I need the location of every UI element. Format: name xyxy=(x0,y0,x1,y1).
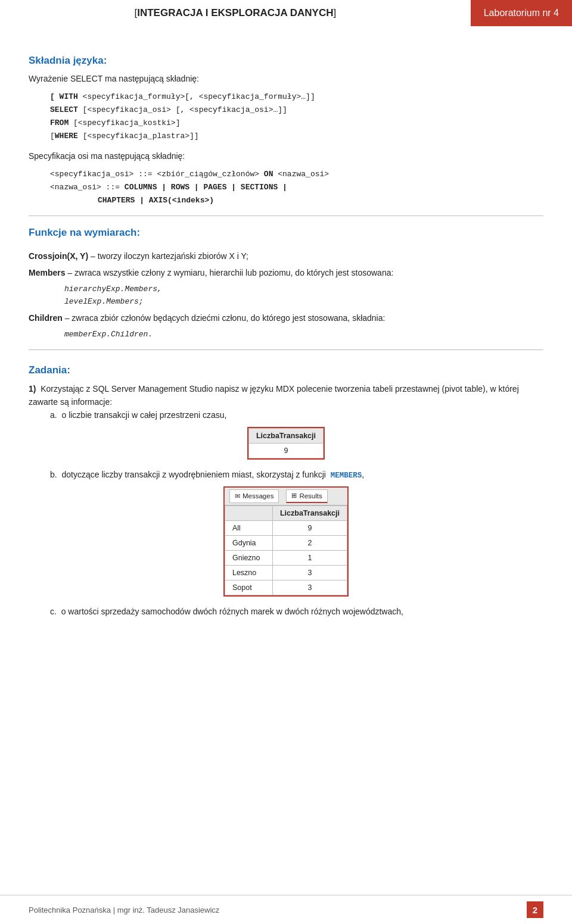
header-title-box: [INTEGRACJA I EKSPLORACJA DANYCH] xyxy=(0,0,471,26)
tab-bar: ✉ Messages ⊞ Results xyxy=(225,488,347,505)
table-row: Sopot 3 xyxy=(225,580,347,595)
subtask-b-members: MEMBERS xyxy=(331,472,362,480)
spec-line-3: CHAPTERS | AXIS(<indeks>) xyxy=(98,194,543,207)
subtask-a-label: a. xyxy=(50,410,57,420)
syntax-code-block: [ WITH <specyfikacja_formuły>[, <specyfi… xyxy=(50,90,543,143)
subtask-a-text: o liczbie transakcji w całej przestrzeni… xyxy=(61,410,226,420)
task-1-desc: Korzystając z SQL Server Management Stud… xyxy=(29,384,519,407)
subtask-c-text: o wartości sprzedaży samochodów dwóch ró… xyxy=(61,607,403,616)
row-label-sopot: Sopot xyxy=(225,580,272,595)
subtask-b-text: dotyczące liczby transakcji z wyodrębnie… xyxy=(61,470,326,479)
children-desc: – zwraca zbiór członów będących dziećmi … xyxy=(65,313,386,323)
page-header: [INTEGRACJA I EKSPLORACJA DANYCH] Labora… xyxy=(0,0,572,26)
row-label-gniezno: Gniezno xyxy=(225,551,272,566)
row-val-gniezno: 1 xyxy=(272,551,347,566)
subtask-b: b. dotyczące liczby transakcji z wyodręb… xyxy=(50,468,543,482)
bracket-close: ] xyxy=(334,7,337,18)
page: [INTEGRACJA I EKSPLORACJA DANYCH] Labora… xyxy=(0,0,572,924)
code-line-3: FROM [<specyfikacja_kostki>] xyxy=(50,117,543,130)
table-row: Gniezno 1 xyxy=(225,551,347,566)
messages-icon: ✉ xyxy=(235,491,240,502)
syntax-heading: Składnia języka: xyxy=(29,55,543,67)
row-label-leszno: Leszno xyxy=(225,566,272,580)
members-example2: levelExp.Members; xyxy=(64,296,543,308)
zadania-heading: Zadania: xyxy=(29,364,543,376)
members-desc: – zwraca wszystkie człony z wymiaru, hie… xyxy=(67,268,393,277)
messages-tab[interactable]: ✉ Messages xyxy=(229,489,279,503)
members-example1: hierarchyExp.Members, xyxy=(64,283,543,296)
children-label: Children xyxy=(29,313,63,323)
children-para: Children – zwraca zbiór członów będących… xyxy=(29,311,543,324)
divider-1 xyxy=(29,216,543,216)
subtask-c: c. o wartości sprzedaży samochodów dwóch… xyxy=(50,605,543,618)
members-func-label: Members xyxy=(29,268,65,277)
crossjoin-para: Crossjoin(X, Y) – tworzy iloczyn kartezj… xyxy=(29,249,543,263)
subtask-b-members-suffix: , xyxy=(362,470,364,479)
row-label-all: All xyxy=(225,521,272,536)
spec-line-2: <nazwa_osi> ::= COLUMNS | ROWS | PAGES |… xyxy=(50,181,543,194)
table-2: LiczbaTransakcji All 9 Gdynia 2 Gniezno xyxy=(225,505,347,595)
header-title: [INTEGRACJA I EKSPLORACJA DANYCH] xyxy=(134,7,336,19)
task-1-prefix: 1) xyxy=(29,384,36,394)
page-footer: Politechnika Poznańska | mgr inż. Tadeus… xyxy=(0,895,572,924)
spec-code-block: <specyfikacja_osi> ::= <zbiór_ciągów_czł… xyxy=(50,168,543,207)
results-tab[interactable]: ⊞ Results xyxy=(286,489,327,503)
table-1-header: LiczbaTransakcji xyxy=(248,428,323,443)
results-tab-label: Results xyxy=(299,491,322,501)
lab-label: Laboratorium nr 4 xyxy=(471,0,572,26)
code-line-1: [ WITH <specyfikacja_formuły>[, <specyfi… xyxy=(50,90,543,104)
table-2-screenshot: ✉ Messages ⊞ Results LiczbaTransakcji xyxy=(223,486,349,597)
spec-line-1: <specyfikacja_osi> ::= <zbiór_ciągów_czł… xyxy=(50,168,543,181)
code-line-2: SELECT [<specyfikacja_osi> [, <specyfika… xyxy=(50,104,543,117)
table-row: Leszno 3 xyxy=(225,566,347,580)
row-label-gdynia: Gdynia xyxy=(225,536,272,551)
crossjoin-desc: – tworzy iloczyn kartezjański zbiorów X … xyxy=(91,251,248,261)
table-2-col-empty xyxy=(225,506,272,521)
main-content: Składnia języka: Wyrażenie SELECT ma nas… xyxy=(0,38,572,895)
task-1-text: 1) Korzystając z SQL Server Management S… xyxy=(29,382,543,409)
divider-2 xyxy=(29,349,543,350)
table-1-screenshot: LiczbaTransakcji 9 xyxy=(247,427,325,460)
table-row: All 9 xyxy=(225,521,347,536)
table-row: Gdynia 2 xyxy=(225,536,347,551)
messages-tab-label: Messages xyxy=(243,491,273,501)
row-val-sopot: 3 xyxy=(272,580,347,595)
row-val-gdynia: 2 xyxy=(272,536,347,551)
crossjoin-label: Crossjoin(X, Y) xyxy=(29,251,88,261)
table-2-col-header: LiczbaTransakcji xyxy=(272,506,347,521)
table-1-value: 9 xyxy=(248,443,323,458)
subtask-c-label: c. xyxy=(50,607,57,616)
row-val-leszno: 3 xyxy=(272,566,347,580)
footer-text: Politechnika Poznańska | mgr inż. Tadeus… xyxy=(29,906,219,914)
functions-list: Crossjoin(X, Y) – tworzy iloczyn kartezj… xyxy=(29,249,543,341)
code-line-4: [WHERE [<specyfikacja_plastra>]] xyxy=(50,130,543,143)
results-icon: ⊞ xyxy=(291,491,297,501)
subtask-b-label: b. xyxy=(50,470,57,479)
syntax-intro: Wyrażenie SELECT ma następującą składnię… xyxy=(29,73,543,86)
row-val-all: 9 xyxy=(272,521,347,536)
children-example: memberExp.Children. xyxy=(64,329,543,341)
header-title-main: INTEGRACJA I EKSPLORACJA DANYCH xyxy=(137,7,333,18)
members-para: Members – zwraca wszystkie człony z wymi… xyxy=(29,266,543,279)
spec-heading: Specyfikacja osi ma następującą składnię… xyxy=(29,150,543,163)
subtask-a: a. o liczbie transakcji w całej przestrz… xyxy=(50,408,543,422)
table-1: LiczbaTransakcji 9 xyxy=(248,428,324,458)
footer-page-number: 2 xyxy=(527,901,543,918)
task-1: 1) Korzystając z SQL Server Management S… xyxy=(29,382,543,619)
functions-heading: Funkcje na wymiarach: xyxy=(29,227,543,239)
